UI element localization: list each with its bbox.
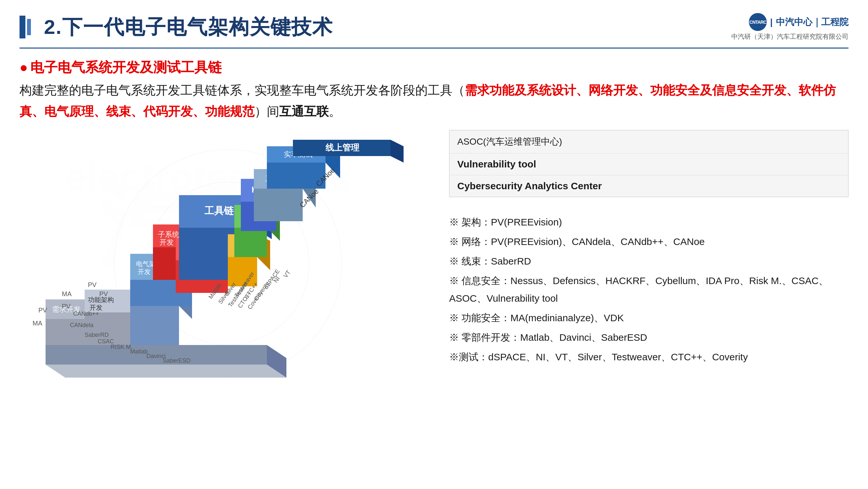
svg-text:VT: VT xyxy=(282,269,292,279)
note-line-2: ※ 网络：PV(PREEvision)、CANdela、CANdb++、CANo… xyxy=(449,233,848,251)
logo-name: 中汽中心｜工程院 xyxy=(776,16,848,28)
note-line-3: ※ 线束：SaberRD xyxy=(449,253,848,270)
svg-marker-44 xyxy=(234,228,267,257)
svg-text:SaberESD: SaberESD xyxy=(163,357,190,364)
svg-text:MA: MA xyxy=(62,290,72,297)
header-bar-thick xyxy=(20,16,25,38)
top-boxes-area: ASOC(汽车运维管理中心) Vulnerability tool Cybers… xyxy=(449,130,848,197)
text-end: 。 xyxy=(329,105,341,118)
svg-text:开发: 开发 xyxy=(138,268,151,275)
diagram-area: 汽研 electrotechnics 需求开发 xyxy=(20,130,436,397)
svg-text:开发: 开发 xyxy=(90,304,102,311)
text-bold: 互通互联 xyxy=(279,105,329,118)
svg-text:Matlab: Matlab xyxy=(130,348,148,355)
svg-marker-52 xyxy=(254,189,303,221)
note-line-6: ※ 零部件开发：Matlab、Davinci、SaberESD xyxy=(449,329,848,346)
svg-text:线上管理: 线上管理 xyxy=(325,143,360,152)
logo-divider: | xyxy=(770,17,773,27)
info-boxes: ASOC(汽车运维管理中心) Vulnerability tool Cybers… xyxy=(449,130,848,197)
svg-text:工具链: 工具链 xyxy=(205,205,234,216)
svg-text:CANdela: CANdela xyxy=(70,322,94,328)
diagram-svg: 需求开发 功能架构 开发 网络架构 开发 电气架构 开发 xyxy=(20,130,436,397)
svg-marker-16 xyxy=(130,306,179,345)
svg-text:PV: PV xyxy=(99,290,108,297)
info-box-vulnerability: Vulnerability tool xyxy=(450,153,848,175)
info-box-cybersec: Cybersecurity Analytics Center xyxy=(450,175,848,197)
svg-text:CANdb++: CANdb++ xyxy=(73,311,99,317)
header-left: 2.下一代电子电气架构关键技术 xyxy=(20,13,333,41)
logo-badge: CNTARC xyxy=(749,13,767,31)
svg-text:开发: 开发 xyxy=(159,238,174,246)
main-content: 汽研 electrotechnics 需求开发 xyxy=(20,130,848,397)
svg-marker-4 xyxy=(45,365,286,378)
text-after: ）间 xyxy=(254,105,279,118)
note-line-4: ※ 信息安全：Nessus、Defensics、HACKRF、Cybellum、… xyxy=(449,272,848,307)
note-line-7: ※测试：dSPACE、NI、VT、Silver、Testweaver、CTC++… xyxy=(449,348,848,366)
svg-text:RISK M.: RISK M. xyxy=(111,344,132,350)
logo-area: CNTARC | 中汽中心｜工程院 中汽研（天津）汽车工程研究院有限公司 xyxy=(731,13,848,41)
right-panel: ASOC(汽车运维管理中心) Vulnerability tool Cybers… xyxy=(449,130,848,397)
svg-text:PV: PV xyxy=(62,303,71,310)
bullet-text: 构建完整的电子电气系统开发工具链体系，实现整车电气系统开发各阶段的工具（需求功能… xyxy=(20,80,848,122)
bullet-section: 电子电气系统开发及测试工具链 构建完整的电子电气系统开发工具链体系，实现整车电气… xyxy=(20,58,848,122)
svg-text:PV: PV xyxy=(88,281,97,288)
svg-text:SaberRD: SaberRD xyxy=(85,332,109,338)
text-before: 构建完整的电子电气系统开发工具链体系，实现整车电气系统开发各阶段的工具（ xyxy=(20,83,465,97)
page-container: 2.下一代电子电气架构关键技术 CNTARC | 中汽中心｜工程院 中汽研（天津… xyxy=(0,0,868,489)
svg-text:PV: PV xyxy=(38,307,47,314)
bullet-title: 电子电气系统开发及测试工具链 xyxy=(20,58,848,77)
svg-text:子系统: 子系统 xyxy=(158,230,179,238)
page-header: 2.下一代电子电气架构关键技术 CNTARC | 中汽中心｜工程院 中汽研（天津… xyxy=(20,13,848,49)
note-line-5: ※ 功能安全：MA(medinianalyze)、VDK xyxy=(449,309,848,327)
header-bar-thin xyxy=(27,19,31,35)
notes-section: ※ 架构：PV(PREEvision) ※ 网络：PV(PREEvision)、… xyxy=(449,213,848,368)
page-title: 2.下一代电子电气架构关键技术 xyxy=(44,13,333,41)
logo-top: CNTARC | 中汽中心｜工程院 xyxy=(749,13,848,31)
info-box-asoc: ASOC(汽车运维管理中心) xyxy=(450,130,848,153)
svg-text:MA: MA xyxy=(33,320,43,327)
note-line-1: ※ 架构：PV(PREEvision) xyxy=(449,213,848,231)
svg-marker-61 xyxy=(391,140,404,163)
logo-subtitle: 中汽研（天津）汽车工程研究院有限公司 xyxy=(731,32,848,41)
